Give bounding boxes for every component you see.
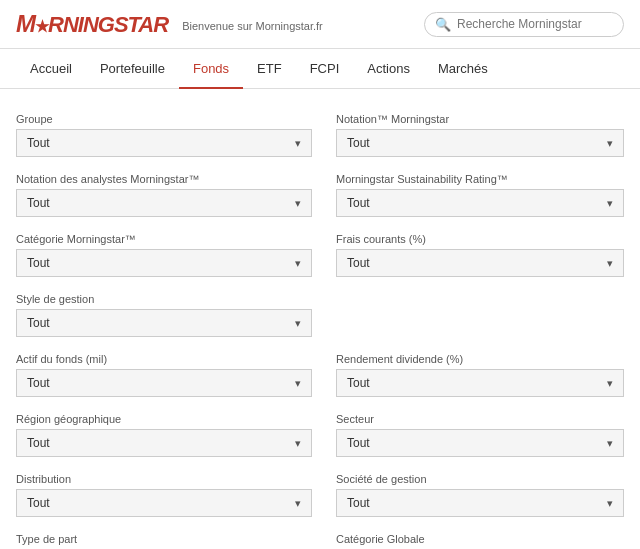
header: M★RNINGSTAR Bienvenue sur Morningstar.fr… — [0, 0, 640, 49]
filter-left-7: Type de part Tout ▾ — [16, 525, 320, 549]
filter-select-right-6[interactable]: Tout ▾ — [336, 489, 624, 517]
filter-select-left-6[interactable]: Tout ▾ — [16, 489, 312, 517]
filter-label-left-2: Catégorie Morningstar™ — [16, 233, 312, 245]
chevron-down-icon: ▾ — [607, 137, 613, 150]
chevron-down-icon: ▾ — [607, 257, 613, 270]
search-bar[interactable]: 🔍 — [424, 12, 624, 37]
filter-select-left-2[interactable]: Tout ▾ — [16, 249, 312, 277]
filter-label-left-7: Type de part — [16, 533, 312, 545]
filter-label-left-3: Style de gestion — [16, 293, 312, 305]
filter-value-right-2: Tout — [347, 256, 370, 270]
chevron-down-icon: ▾ — [295, 497, 301, 510]
filter-select-right-5[interactable]: Tout ▾ — [336, 429, 624, 457]
filter-right-3 — [320, 285, 624, 345]
filter-label-left-5: Région géographique — [16, 413, 312, 425]
filter-right-6: Société de gestion Tout ▾ — [320, 465, 624, 525]
filter-value-left-1: Tout — [27, 196, 50, 210]
chevron-down-icon: ▾ — [295, 437, 301, 450]
filter-right-0: Notation™ Morningstar Tout ▾ — [320, 105, 624, 165]
filter-left-4: Actif du fonds (mil) Tout ▾ — [16, 345, 320, 405]
filter-select-right-2[interactable]: Tout ▾ — [336, 249, 624, 277]
filter-select-right-4[interactable]: Tout ▾ — [336, 369, 624, 397]
filter-value-right-6: Tout — [347, 496, 370, 510]
filter-label-right-1: Morningstar Sustainability Rating™ — [336, 173, 624, 185]
filter-value-left-6: Tout — [27, 496, 50, 510]
filter-right-2: Frais courants (%) Tout ▾ — [320, 225, 624, 285]
filter-value-right-0: Tout — [347, 136, 370, 150]
filter-select-left-4[interactable]: Tout ▾ — [16, 369, 312, 397]
logo: M★RNINGSTAR Bienvenue sur Morningstar.fr — [16, 10, 323, 38]
filter-value-left-4: Tout — [27, 376, 50, 390]
chevron-down-icon: ▾ — [295, 257, 301, 270]
chevron-down-icon: ▾ — [607, 437, 613, 450]
filter-left-6: Distribution Tout ▾ — [16, 465, 320, 525]
chevron-down-icon: ▾ — [607, 197, 613, 210]
filter-select-right-1[interactable]: Tout ▾ — [336, 189, 624, 217]
filter-left-0: Groupe Tout ▾ — [16, 105, 320, 165]
filter-right-4: Rendement dividende (%) Tout ▾ — [320, 345, 624, 405]
nav-item-fcpi[interactable]: FCPI — [296, 49, 354, 88]
filter-label-left-4: Actif du fonds (mil) — [16, 353, 312, 365]
filter-value-right-5: Tout — [347, 436, 370, 450]
filter-left-2: Catégorie Morningstar™ Tout ▾ — [16, 225, 320, 285]
filter-label-right-5: Secteur — [336, 413, 624, 425]
chevron-down-icon: ▾ — [295, 137, 301, 150]
filter-right-5: Secteur Tout ▾ — [320, 405, 624, 465]
filter-label-right-6: Société de gestion — [336, 473, 624, 485]
filter-select-right-0[interactable]: Tout ▾ — [336, 129, 624, 157]
filter-value-right-1: Tout — [347, 196, 370, 210]
search-input[interactable] — [457, 17, 613, 31]
filter-left-1: Notation des analystes Morningstar™ Tout… — [16, 165, 320, 225]
chevron-down-icon: ▾ — [295, 377, 301, 390]
search-icon: 🔍 — [435, 17, 451, 32]
logo-text: M★RNINGSTAR — [16, 10, 168, 38]
filter-right-7: Catégorie Globale Tout ▾ — [320, 525, 624, 549]
filter-select-left-1[interactable]: Tout ▾ — [16, 189, 312, 217]
filter-select-left-5[interactable]: Tout ▾ — [16, 429, 312, 457]
filter-label-left-1: Notation des analystes Morningstar™ — [16, 173, 312, 185]
filter-select-left-3[interactable]: Tout ▾ — [16, 309, 312, 337]
filter-label-left-0: Groupe — [16, 113, 312, 125]
filter-value-left-2: Tout — [27, 256, 50, 270]
nav-item-actions[interactable]: Actions — [353, 49, 424, 88]
nav-item-marches[interactable]: Marchés — [424, 49, 502, 88]
filter-select-left-0[interactable]: Tout ▾ — [16, 129, 312, 157]
chevron-down-icon: ▾ — [607, 497, 613, 510]
filter-label-right-0: Notation™ Morningstar — [336, 113, 624, 125]
nav-item-fonds[interactable]: Fonds — [179, 49, 243, 88]
filter-label-left-6: Distribution — [16, 473, 312, 485]
filter-label-right-2: Frais courants (%) — [336, 233, 624, 245]
welcome-text: Bienvenue sur Morningstar.fr — [182, 20, 323, 32]
filter-value-right-4: Tout — [347, 376, 370, 390]
filters-container: Groupe Tout ▾ Notation™ Morningstar Tout… — [0, 89, 640, 549]
navigation: Accueil Portefeuille Fonds ETF FCPI Acti… — [0, 49, 640, 89]
filter-value-left-0: Tout — [27, 136, 50, 150]
filter-label-right-4: Rendement dividende (%) — [336, 353, 624, 365]
filter-left-3: Style de gestion Tout ▾ — [16, 285, 320, 345]
chevron-down-icon: ▾ — [295, 197, 301, 210]
chevron-down-icon: ▾ — [295, 317, 301, 330]
filter-right-1: Morningstar Sustainability Rating™ Tout … — [320, 165, 624, 225]
filter-value-left-3: Tout — [27, 316, 50, 330]
nav-item-etf[interactable]: ETF — [243, 49, 296, 88]
filter-label-right-7: Catégorie Globale — [336, 533, 624, 545]
filters-grid: Groupe Tout ▾ Notation™ Morningstar Tout… — [16, 105, 624, 549]
filter-left-5: Région géographique Tout ▾ — [16, 405, 320, 465]
nav-item-accueil[interactable]: Accueil — [16, 49, 86, 88]
nav-item-portefeuille[interactable]: Portefeuille — [86, 49, 179, 88]
chevron-down-icon: ▾ — [607, 377, 613, 390]
filter-value-left-5: Tout — [27, 436, 50, 450]
